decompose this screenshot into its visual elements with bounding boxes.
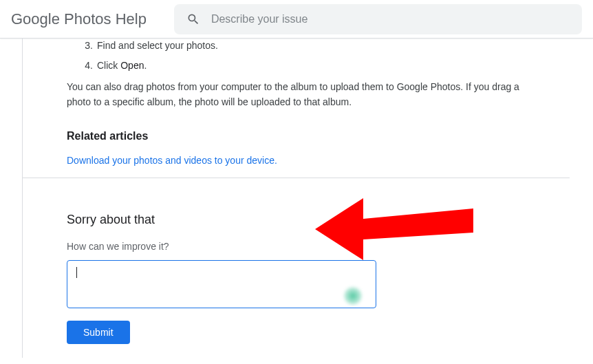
step-item-3: 3.Find and select your photos. (82, 39, 526, 54)
search-input[interactable] (211, 13, 570, 25)
feedback-textarea[interactable] (67, 260, 376, 308)
main-content: 3.Find and select your photos. 4.Click O… (22, 39, 570, 358)
article-body: 3.Find and select your photos. 4.Click O… (23, 39, 570, 178)
submit-button[interactable]: Submit (67, 321, 130, 344)
steps-list: 3.Find and select your photos. 4.Click O… (67, 39, 526, 73)
feedback-title: Sorry about that (67, 213, 526, 227)
feedback-section: Sorry about that How can we improve it? … (23, 178, 570, 358)
related-articles-heading: Related articles (67, 128, 526, 145)
search-icon (186, 12, 200, 26)
step-item-4: 4.Click Open. (82, 58, 526, 74)
search-box[interactable] (174, 4, 582, 34)
article-paragraph: You can also drag photos from your compu… (67, 80, 526, 109)
header-bar: Google Photos Help (0, 0, 593, 39)
related-article-link[interactable]: Download your photos and videos to your … (67, 155, 277, 166)
feedback-label: How can we improve it? (67, 241, 526, 252)
text-cursor (76, 267, 77, 278)
brand-title: Google Photos Help (11, 10, 147, 28)
